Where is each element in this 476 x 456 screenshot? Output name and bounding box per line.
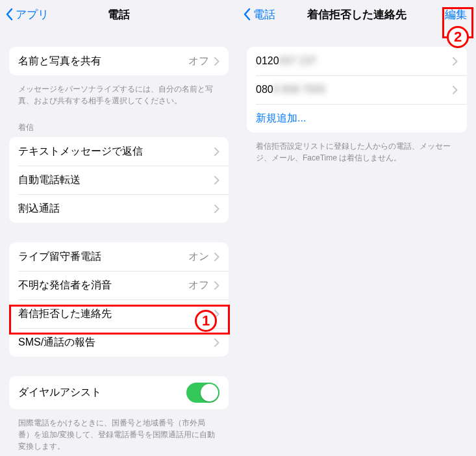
row-value: オフ: [188, 55, 209, 68]
group-dial-assist: ダイヤルアシスト: [9, 376, 229, 409]
row-label: 名前と写真を共有: [18, 55, 188, 68]
row-share-name-photo[interactable]: 名前と写真を共有 オフ: [9, 47, 229, 75]
chevron-right-icon: [453, 57, 458, 66]
blocked-contact-row[interactable]: 0120007 237: [247, 47, 467, 75]
chevron-right-icon: [453, 86, 458, 94]
dial-assist-toggle[interactable]: [186, 383, 219, 403]
row-label: テキストメッセージで返信: [18, 145, 214, 158]
blocked-number: 0120007 237: [256, 55, 453, 67]
back-button[interactable]: アプリ: [0, 7, 49, 22]
blocked-contact-row[interactable]: 0800 808 7000: [247, 75, 467, 104]
navbar-right: 電話 着信拒否した連絡先 編集: [238, 0, 476, 29]
row-label: 着信拒否した連絡先: [18, 307, 214, 321]
blocked-contacts-screen: 電話 着信拒否した連絡先 編集 0120007 237 0800 808 700…: [238, 0, 476, 456]
row-text-reply[interactable]: テキストメッセージで返信: [9, 137, 229, 166]
group-misc: ライブ留守番電話 オン 不明な発信者を消音 オフ 着信拒否した連絡先 SMS/通…: [9, 242, 229, 357]
content-left: 名前と写真を共有 オフ メッセージをパーソナライズするには、自分の名前と写真、お…: [0, 29, 238, 456]
dial-assist-footer: 国際電話をかけるときに、国番号と地域番号（市外局番）を追加/変換して、登録電話番…: [0, 417, 238, 456]
chevron-right-icon: [214, 338, 219, 347]
row-label: SMS/通話の報告: [18, 336, 214, 349]
row-silence-unknown[interactable]: 不明な発信者を消音 オフ: [9, 271, 229, 299]
add-new-contact-row[interactable]: 新規追加...: [247, 104, 467, 133]
row-value: オン: [188, 250, 209, 264]
settings-phone-screen: アプリ 電話 名前と写真を共有 オフ メッセージをパーソナライズするには、自分の…: [0, 0, 238, 456]
navbar-left: アプリ 電話: [0, 0, 238, 29]
group-blocked-list: 0120007 237 0800 808 7000 新規追加...: [247, 47, 467, 133]
chevron-right-icon: [214, 57, 219, 66]
chevron-right-icon: [214, 176, 219, 184]
chevron-right-icon: [214, 205, 219, 213]
back-button[interactable]: 電話: [238, 7, 275, 22]
chevron-left-icon: [243, 8, 251, 21]
add-new-label: 新規追加...: [256, 112, 458, 125]
edit-button[interactable]: 編集: [445, 7, 476, 22]
incoming-header: 着信: [0, 118, 238, 137]
row-dial-assist: ダイヤルアシスト: [9, 376, 229, 409]
chevron-right-icon: [214, 147, 219, 156]
back-label: 電話: [253, 7, 275, 22]
share-footer: メッセージをパーソナライズするには、自分の名前と写真、および共有する相手を選択し…: [0, 83, 238, 118]
group-share: 名前と写真を共有 オフ: [9, 47, 229, 75]
content-right: 0120007 237 0800 808 7000 新規追加... 着信拒否設定…: [238, 29, 476, 456]
chevron-right-icon: [214, 310, 219, 318]
chevron-left-icon: [5, 8, 13, 21]
row-value: オフ: [188, 279, 209, 292]
row-live-voicemail[interactable]: ライブ留守番電話 オン: [9, 242, 229, 271]
row-label: 不明な発信者を消音: [18, 279, 188, 292]
blocked-footer: 着信拒否設定リストに登録した人からの電話、メッセージ、メール、FaceTime …: [238, 140, 476, 175]
group-incoming: テキストメッセージで返信 自動電話転送 割込通話: [9, 137, 229, 223]
back-label: アプリ: [16, 7, 49, 22]
row-blocked-contacts[interactable]: 着信拒否した連絡先: [9, 299, 229, 328]
row-label: ライブ留守番電話: [18, 250, 188, 264]
row-sms-call-report[interactable]: SMS/通話の報告: [9, 328, 229, 357]
row-label: 自動電話転送: [18, 173, 214, 187]
blocked-number: 0800 808 7000: [256, 84, 453, 95]
row-call-waiting[interactable]: 割込通話: [9, 194, 229, 223]
row-call-forwarding[interactable]: 自動電話転送: [9, 166, 229, 194]
chevron-right-icon: [214, 281, 219, 290]
row-label: ダイヤルアシスト: [18, 386, 186, 399]
switch-knob: [201, 384, 218, 401]
chevron-right-icon: [214, 253, 219, 261]
row-label: 割込通話: [18, 202, 214, 216]
